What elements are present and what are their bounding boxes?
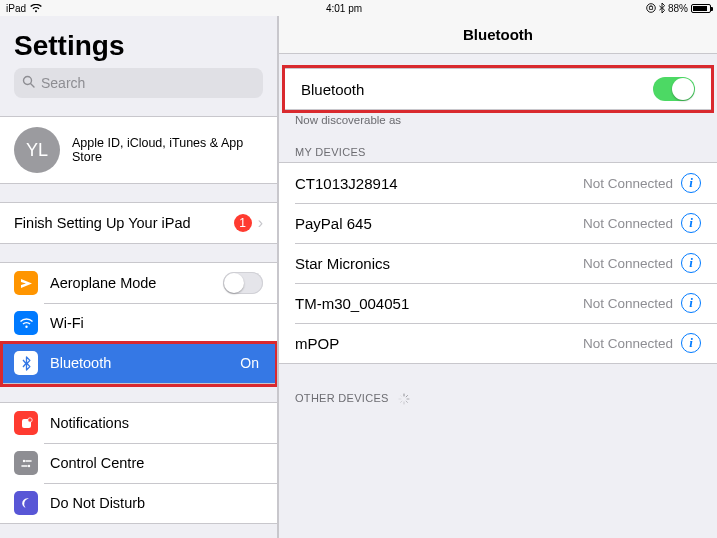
- discoverable-footer: Now discoverable as: [279, 110, 717, 126]
- sidebar-item-label: Finish Setting Up Your iPad: [14, 215, 234, 231]
- carrier-label: iPad: [6, 3, 26, 14]
- device-status: Not Connected: [583, 176, 673, 191]
- info-icon[interactable]: i: [681, 213, 701, 233]
- sidebar-item-trail: On: [240, 355, 259, 371]
- status-bar: iPad 4:01 pm 88%: [0, 0, 717, 16]
- apple-id-label: Apple ID, iCloud, iTunes & App Store: [72, 136, 263, 164]
- device-name: PayPal 645: [295, 215, 583, 232]
- device-row[interactable]: Star Micronics Not Connected i: [279, 243, 717, 283]
- ipad-screen: iPad 4:01 pm 88% Settings: [0, 0, 717, 538]
- search-input[interactable]: Search: [14, 68, 263, 98]
- device-name: CT1013J28914: [295, 175, 583, 192]
- svg-point-0: [647, 4, 656, 13]
- bluetooth-toggle-label: Bluetooth: [301, 81, 653, 98]
- airplane-icon: [14, 271, 38, 295]
- page-title: Settings: [14, 30, 263, 62]
- info-icon[interactable]: i: [681, 173, 701, 193]
- sidebar-item-bluetooth[interactable]: Bluetooth On: [0, 343, 277, 383]
- device-name: mPOP: [295, 335, 583, 352]
- battery-icon: [691, 4, 711, 13]
- svg-line-18: [401, 396, 402, 397]
- device-status: Not Connected: [583, 216, 673, 231]
- chevron-right-icon: ›: [258, 214, 263, 232]
- detail-panel: Bluetooth Bluetooth Now discoverable as …: [278, 16, 717, 538]
- device-name: TM-m30_004051: [295, 295, 583, 312]
- sidebar-item-label: Control Centre: [50, 455, 263, 471]
- sidebar-item-label: Notifications: [50, 415, 263, 431]
- svg-line-14: [406, 401, 407, 402]
- sidebar-item-do-not-disturb[interactable]: Do Not Disturb: [0, 483, 277, 523]
- wifi-icon: [14, 311, 38, 335]
- svg-point-5: [22, 459, 24, 461]
- sidebar-item-apple-id[interactable]: YL Apple ID, iCloud, iTunes & App Store: [0, 117, 277, 183]
- device-row[interactable]: CT1013J28914 Not Connected i: [279, 163, 717, 203]
- search-icon: [22, 75, 35, 91]
- spinner-icon: [398, 393, 410, 405]
- svg-line-16: [401, 401, 402, 402]
- info-icon[interactable]: i: [681, 253, 701, 273]
- sidebar-item-label: Bluetooth: [50, 355, 240, 371]
- control-centre-icon: [14, 451, 38, 475]
- bluetooth-icon: [14, 351, 38, 375]
- other-devices-header: OTHER DEVICES: [279, 386, 717, 409]
- sidebar: Settings Search YL Apple ID, iCloud, iTu…: [0, 16, 278, 538]
- device-row[interactable]: PayPal 645 Not Connected i: [279, 203, 717, 243]
- search-placeholder: Search: [41, 75, 85, 91]
- sidebar-item-notifications[interactable]: Notifications: [0, 403, 277, 443]
- device-status: Not Connected: [583, 256, 673, 271]
- svg-point-4: [27, 417, 31, 421]
- svg-line-12: [406, 396, 407, 397]
- svg-point-7: [27, 464, 29, 466]
- sidebar-item-label: Wi-Fi: [50, 315, 263, 331]
- notifications-icon: [14, 411, 38, 435]
- bluetooth-toggle-row[interactable]: Bluetooth: [285, 69, 711, 109]
- sidebar-item-aeroplane-mode[interactable]: Aeroplane Mode: [0, 263, 277, 303]
- badge: 1: [234, 214, 252, 232]
- device-status: Not Connected: [583, 336, 673, 351]
- info-icon[interactable]: i: [681, 333, 701, 353]
- device-row[interactable]: mPOP Not Connected i: [279, 323, 717, 363]
- info-icon[interactable]: i: [681, 293, 701, 313]
- my-devices-list: CT1013J28914 Not Connected i PayPal 645 …: [279, 162, 717, 364]
- sidebar-item-wifi[interactable]: Wi-Fi: [0, 303, 277, 343]
- orientation-lock-icon: [646, 3, 656, 13]
- sidebar-item-label: Do Not Disturb: [50, 495, 263, 511]
- wifi-icon: [30, 4, 42, 13]
- device-status: Not Connected: [583, 296, 673, 311]
- detail-title: Bluetooth: [279, 16, 717, 54]
- bluetooth-status-icon: [659, 3, 665, 13]
- device-row[interactable]: TM-m30_004051 Not Connected i: [279, 283, 717, 323]
- sidebar-item-control-centre[interactable]: Control Centre: [0, 443, 277, 483]
- avatar: YL: [14, 127, 60, 173]
- clock: 4:01 pm: [42, 3, 646, 14]
- battery-pct: 88%: [668, 3, 688, 14]
- svg-line-2: [31, 84, 35, 88]
- bluetooth-toggle[interactable]: [653, 77, 695, 101]
- my-devices-header: MY DEVICES: [279, 140, 717, 162]
- sidebar-item-label: Aeroplane Mode: [50, 275, 223, 291]
- do-not-disturb-icon: [14, 491, 38, 515]
- aeroplane-toggle[interactable]: [223, 272, 263, 294]
- sidebar-item-finish-setup[interactable]: Finish Setting Up Your iPad 1 ›: [0, 203, 277, 243]
- device-name: Star Micronics: [295, 255, 583, 272]
